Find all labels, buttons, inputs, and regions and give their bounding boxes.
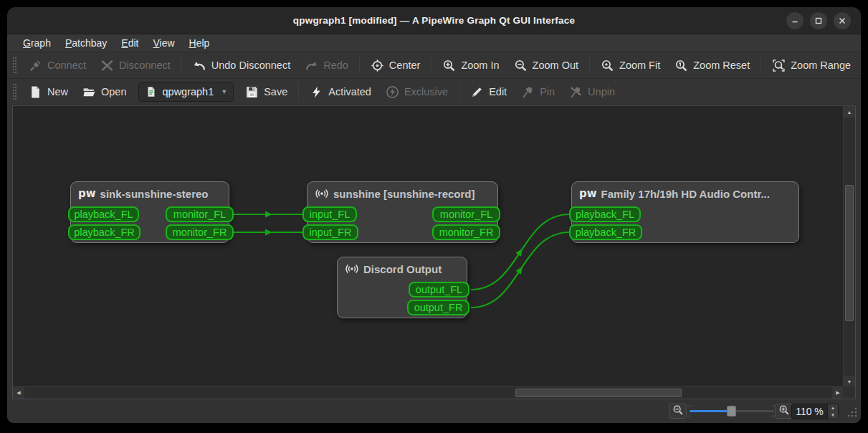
save-icon xyxy=(245,85,259,99)
horizontal-scrollbar[interactable]: ◀ ▶ xyxy=(13,386,844,399)
slider-thumb[interactable] xyxy=(727,406,736,417)
port-input[interactable]: playback_FL xyxy=(68,206,139,222)
connect-button[interactable]: Connect xyxy=(22,56,93,75)
port-input[interactable]: playback_FL xyxy=(569,206,641,222)
vertical-scroll-handle[interactable] xyxy=(845,185,854,321)
zoom-reset-label: Zoom Reset xyxy=(693,60,750,71)
scroll-down-button[interactable]: ▼ xyxy=(844,376,855,387)
pin-icon xyxy=(521,85,535,99)
port-output[interactable]: output_FL xyxy=(409,282,469,298)
minimize-button[interactable] xyxy=(786,12,803,29)
exclusive-button[interactable]: Exclusive xyxy=(378,82,455,102)
port-output[interactable]: monitor_FL xyxy=(166,206,234,222)
node-title: sink-sunshine-stereo xyxy=(100,188,209,200)
new-label: New xyxy=(47,86,68,97)
disconnect-button[interactable]: Disconnect xyxy=(93,56,178,75)
slider-tick xyxy=(690,405,690,407)
scroll-left-button[interactable]: ◀ xyxy=(13,387,24,399)
toolbar-separator xyxy=(431,57,431,74)
port-output[interactable]: monitor_FR xyxy=(432,224,500,240)
menu-patchbay[interactable]: Patchbay xyxy=(58,36,114,50)
zoom-value: 110 % xyxy=(792,406,827,417)
scrollbar-corner xyxy=(843,386,855,399)
wire-arrow-icon xyxy=(516,247,525,256)
toolbar-separator xyxy=(760,57,761,74)
new-file-icon xyxy=(29,85,42,99)
zoom-in-icon xyxy=(778,404,790,419)
broadcast-icon xyxy=(345,262,359,275)
activated-bolt-icon xyxy=(310,85,323,99)
toolbar-grip[interactable] xyxy=(13,57,16,73)
center-button[interactable]: Center xyxy=(363,56,428,75)
menu-view[interactable]: View xyxy=(146,36,181,50)
port-input[interactable]: input_FR xyxy=(302,224,358,240)
chevron-down-icon: ▼ xyxy=(221,88,227,95)
save-button[interactable]: Save xyxy=(238,82,295,102)
unpin-icon xyxy=(569,85,583,99)
port-output[interactable]: output_FR xyxy=(407,300,469,315)
disconnect-label: Disconnect xyxy=(119,60,171,71)
spin-down-button[interactable]: ▼ xyxy=(828,411,838,419)
wire-arrow-icon xyxy=(265,229,272,236)
node-header: pw Family 17h/19h HD Audio Contr... xyxy=(572,182,798,200)
menu-graph[interactable]: Graph xyxy=(16,36,58,50)
connect-icon xyxy=(29,59,42,72)
redo-label: Redo xyxy=(323,60,348,71)
pin-button[interactable]: Pin xyxy=(514,82,562,102)
vertical-scrollbar[interactable]: ▲ ▼ xyxy=(843,106,855,387)
spin-up-button[interactable]: ▲ xyxy=(828,404,838,411)
zoom-spinbox[interactable]: 110 % ▲ ▼ xyxy=(791,404,839,419)
port-input[interactable]: playback_FR xyxy=(68,224,140,240)
pipewire-icon: pw xyxy=(579,187,597,200)
node-title: Family 17h/19h HD Audio Contr... xyxy=(601,188,770,200)
toolbar-grip[interactable] xyxy=(13,84,16,100)
node-title: sunshine [sunshine-record] xyxy=(333,188,475,200)
open-folder-icon xyxy=(82,85,96,99)
zoom-reset-button[interactable]: Zoom Reset xyxy=(667,56,757,75)
node-header: sunshine [sunshine-record] xyxy=(307,182,497,200)
menu-help[interactable]: Help xyxy=(182,36,217,50)
statusbar-zoom-out-button[interactable] xyxy=(669,404,687,419)
maximize-button[interactable] xyxy=(810,12,827,29)
zoom-slider[interactable] xyxy=(690,404,774,419)
close-button[interactable] xyxy=(834,12,851,29)
port-input[interactable]: playback_FR xyxy=(569,224,642,240)
connect-label: Connect xyxy=(47,60,86,71)
graph-canvas-frame: pw sink-sunshine-stereo playback_FL play… xyxy=(12,105,856,399)
session-selector[interactable]: qpwgraph1 ▼ xyxy=(138,82,234,102)
menu-edit[interactable]: Edit xyxy=(114,36,146,50)
edit-button[interactable]: Edit xyxy=(463,82,514,102)
scroll-right-button[interactable]: ▶ xyxy=(832,387,844,399)
resize-grip-icon[interactable] xyxy=(846,406,858,421)
zoom-fit-button[interactable]: Zoom Fit xyxy=(593,56,667,75)
broadcast-icon xyxy=(315,187,329,200)
slider-fill xyxy=(690,410,728,412)
port-input[interactable]: input_FL xyxy=(302,206,357,222)
zoom-fit-label: Zoom Fit xyxy=(619,60,660,71)
unpin-button[interactable]: Unpin xyxy=(562,82,622,102)
undo-disconnect-button[interactable]: Undo Disconnect xyxy=(186,56,297,75)
toolbar-separator xyxy=(298,83,299,100)
zoom-fit-icon xyxy=(601,59,614,72)
activated-button[interactable]: Activated xyxy=(302,82,378,102)
statusbar-zoom-in-button[interactable] xyxy=(775,404,793,419)
zoom-out-button[interactable]: Zoom Out xyxy=(507,56,586,75)
redo-button[interactable]: Redo xyxy=(297,56,356,75)
statusbar: 110 % ▲ ▼ xyxy=(7,399,861,423)
connection-wire xyxy=(471,232,569,308)
horizontal-scroll-handle[interactable] xyxy=(515,389,682,397)
new-button[interactable]: New xyxy=(22,82,75,102)
zoom-in-button[interactable]: Zoom In xyxy=(435,56,506,75)
port-output[interactable]: monitor_FR xyxy=(166,224,234,240)
open-button[interactable]: Open xyxy=(75,82,133,102)
port-output[interactable]: monitor_FL xyxy=(432,206,500,222)
app-window: qpwgraph1 [modified] — A PipeWire Graph … xyxy=(7,7,861,423)
scroll-up-button[interactable]: ▲ xyxy=(844,106,855,118)
undo-disconnect-label: Undo Disconnect xyxy=(211,60,290,71)
slider-tick xyxy=(773,405,774,407)
node-title: Discord Output xyxy=(363,263,442,275)
unpin-label: Unpin xyxy=(588,86,615,97)
titlebar[interactable]: qpwgraph1 [modified] — A PipeWire Graph … xyxy=(7,7,861,34)
zoom-range-button[interactable]: Zoom Range xyxy=(765,56,858,75)
graph-canvas[interactable]: pw sink-sunshine-stereo playback_FL play… xyxy=(13,106,843,386)
